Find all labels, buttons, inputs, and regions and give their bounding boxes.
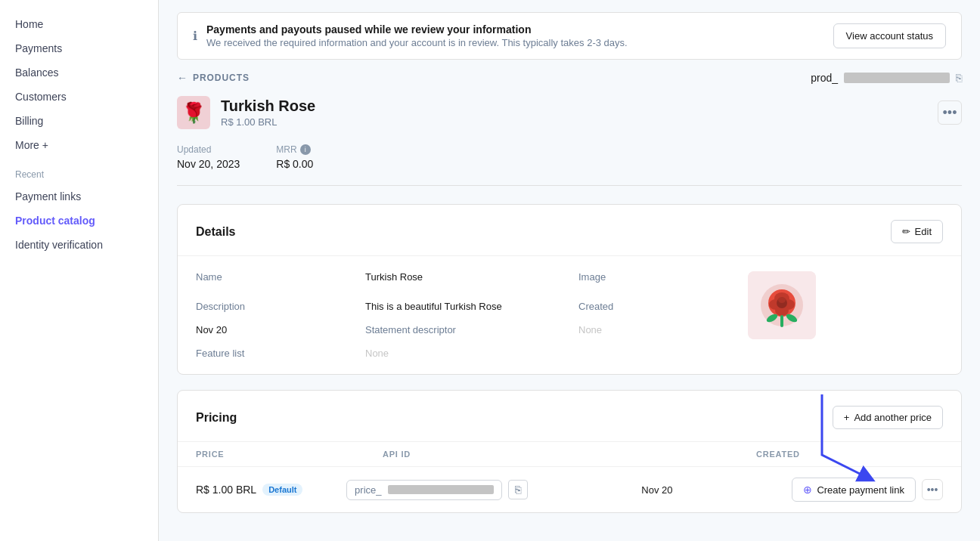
image-label: Image	[578, 271, 730, 283]
sidebar-item-more[interactable]: More +	[0, 133, 158, 157]
mrr-info-icon[interactable]: i	[300, 144, 311, 155]
prod-id-prefix: prod_	[811, 72, 838, 84]
sidebar: Home Payments Balances Customers Billing…	[0, 0, 159, 541]
edit-pencil-icon: ✏	[902, 226, 910, 237]
sidebar-item-customers[interactable]: Customers	[0, 85, 158, 109]
detail-value-created: Nov 20	[196, 324, 347, 335]
banner-title: Payments and payouts paused while we rev…	[206, 23, 824, 36]
back-arrow-icon: ←	[177, 72, 188, 84]
detail-value-description: This is a beautiful Turkish Rose	[365, 301, 560, 312]
sidebar-item-payment-links[interactable]: Payment links	[0, 184, 158, 209]
detail-value-feature: None	[365, 348, 560, 359]
product-id-row: prod_ ⎘	[811, 72, 962, 84]
copy-prod-id-icon[interactable]: ⎘	[956, 72, 962, 84]
add-another-price-button[interactable]: + Add another price	[833, 406, 943, 429]
sidebar-item-billing[interactable]: Billing	[0, 109, 158, 133]
updated-meta: Updated Nov 20, 2023	[177, 144, 240, 170]
details-section: Details ✏ Edit Name Turkish Rose Image	[177, 204, 962, 375]
price-value-cell: R$ 1.00 BRL Default	[196, 484, 340, 496]
plus-icon: +	[844, 412, 850, 423]
updated-value: Nov 20, 2023	[177, 158, 240, 170]
review-banner: ℹ Payments and payouts paused while we r…	[177, 12, 962, 60]
api-id-prefix: price_	[355, 484, 381, 496]
product-title-info: Turkish Rose R$ 1.00 BRL	[221, 97, 315, 128]
pricing-section-header: Pricing + Add another price	[178, 391, 961, 442]
product-header: 🌹 Turkish Rose R$ 1.00 BRL •••	[177, 96, 962, 129]
meta-row: Updated Nov 20, 2023 MRR i R$ 0.00	[177, 144, 962, 186]
pricing-section: Pricing + Add another price PRICE API ID…	[177, 390, 962, 513]
api-id-field: price_ ⎘	[346, 480, 635, 500]
svg-rect-11	[780, 315, 783, 327]
sidebar-item-balances[interactable]: Balances	[0, 60, 158, 85]
sidebar-item-identity-verification[interactable]: Identity verification	[0, 233, 158, 257]
detail-value-name: Turkish Rose	[365, 271, 560, 289]
api-id-redacted	[388, 485, 494, 494]
price-row-more-button[interactable]: •••	[922, 479, 943, 500]
col-created: CREATED	[756, 450, 943, 459]
product-image	[748, 271, 816, 339]
sidebar-item-product-catalog[interactable]: Product catalog	[0, 209, 158, 233]
back-nav-label: PRODUCTS	[193, 73, 250, 83]
svg-point-8	[778, 297, 786, 303]
prod-id-redacted	[844, 73, 950, 83]
price-amount: R$ 1.00 BRL	[196, 484, 256, 496]
detail-label-feature: Feature list	[196, 348, 347, 359]
edit-button[interactable]: ✏ Edit	[891, 220, 943, 243]
create-payment-link-button[interactable]: ⊕ Create payment link	[792, 478, 916, 502]
mrr-value: R$ 0.00	[276, 158, 313, 170]
pricing-section-title: Pricing	[196, 411, 237, 425]
back-to-products-link[interactable]: ← PRODUCTS	[177, 72, 250, 84]
page-content: ← PRODUCTS prod_ ⎘ 🌹 Turkish Rose R$ 1.0…	[159, 72, 980, 541]
sidebar-recent-label: Recent	[0, 157, 158, 184]
detail-label-description: Description	[196, 301, 347, 312]
pricing-table: PRICE API ID CREATED R$ 1.00 BRL Default…	[178, 442, 961, 512]
sidebar-item-home[interactable]: Home	[0, 12, 158, 36]
details-grid: Name Turkish Rose Image	[178, 256, 961, 374]
col-api-id: API ID	[383, 450, 756, 459]
pricing-table-header: PRICE API ID CREATED	[178, 442, 961, 467]
updated-label: Updated	[177, 144, 240, 155]
table-row: R$ 1.00 BRL Default price_ ⎘ Nov 20 ⊕	[178, 467, 961, 512]
product-more-button[interactable]: •••	[938, 100, 962, 125]
detail-value-statement: None	[578, 324, 730, 335]
detail-label-created: Created	[578, 301, 730, 312]
price-created-date: Nov 20	[641, 484, 786, 496]
view-account-status-button[interactable]: View account status	[833, 23, 946, 48]
product-name: Turkish Rose	[221, 97, 315, 115]
api-id-input: price_	[346, 480, 501, 500]
mrr-label: MRR i	[276, 144, 313, 155]
product-price: R$ 1.00 BRL	[221, 116, 315, 128]
copy-api-id-button[interactable]: ⎘	[508, 480, 528, 499]
product-title-row: 🌹 Turkish Rose R$ 1.00 BRL	[177, 96, 315, 129]
detail-label-statement: Statement descriptor	[365, 324, 560, 335]
banner-text: Payments and payouts paused while we rev…	[206, 23, 824, 48]
col-price: PRICE	[196, 450, 383, 459]
detail-label-name: Name	[196, 271, 347, 289]
info-icon: ℹ	[193, 29, 197, 43]
create-link-plus-icon: ⊕	[803, 484, 812, 496]
sidebar-item-payments[interactable]: Payments	[0, 36, 158, 60]
details-section-header: Details ✏ Edit	[178, 205, 961, 256]
main-content: ℹ Payments and payouts paused while we r…	[159, 0, 980, 541]
details-section-title: Details	[196, 225, 235, 239]
default-badge: Default	[262, 484, 302, 496]
banner-subtitle: We received the required information and…	[206, 37, 824, 48]
mrr-meta: MRR i R$ 0.00	[276, 144, 313, 170]
back-nav-row: ← PRODUCTS prod_ ⎘	[177, 72, 962, 84]
product-thumbnail: 🌹	[177, 96, 210, 129]
row-actions: ⊕ Create payment link •••	[792, 478, 943, 502]
